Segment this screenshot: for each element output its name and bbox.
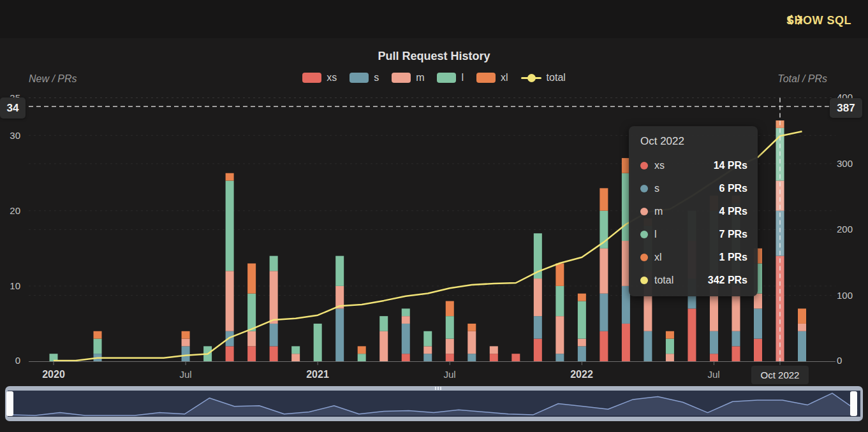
- legend-label-s: s: [374, 72, 379, 83]
- legend-item-s[interactable]: s: [349, 72, 379, 83]
- tooltip-row-s: s 6 PRs: [640, 177, 747, 200]
- x-tick-jul22: Jul: [685, 369, 742, 380]
- legend-label-xs: xs: [327, 72, 337, 83]
- chart-tooltip: Oct 2022 xs 14 PRs s 6 PRs m 4 PRs l 7 P…: [629, 126, 758, 296]
- legend-swatch-m: [392, 73, 411, 83]
- crosshair-left-value: 34: [0, 97, 26, 119]
- series-dot-total: [640, 277, 648, 284]
- series-dot-s: [640, 185, 648, 192]
- series-dot-xs: [640, 162, 648, 169]
- navigator-preview: [8, 391, 860, 417]
- tooltip-row-xl: xl 1 PRs: [640, 246, 747, 269]
- chart-legend: xs s m l xl total: [0, 72, 868, 83]
- legend-label-total: total: [547, 72, 566, 83]
- legend-item-xs[interactable]: xs: [302, 72, 337, 83]
- legend-label-m: m: [416, 72, 424, 83]
- tooltip-row-m: m 4 PRs: [640, 200, 747, 223]
- legend-line-marker: [521, 73, 541, 83]
- legend-swatch-l: [437, 73, 456, 83]
- chart-title: Pull Request History: [0, 50, 868, 63]
- right-axis-title: Total / PRs: [777, 73, 827, 85]
- series-dot-m: [640, 208, 648, 215]
- x-tick-2020: 2020: [25, 369, 82, 380]
- tooltip-row-xs: xs 14 PRs: [640, 154, 747, 177]
- crosshair-right-value: 387: [830, 98, 862, 118]
- right-tick-200: 200: [837, 224, 865, 234]
- x-tick-2022: 2022: [553, 369, 610, 380]
- right-tick-300: 300: [837, 159, 865, 169]
- range-navigator[interactable]: [5, 386, 863, 421]
- navigator-right-handle[interactable]: [850, 391, 857, 416]
- legend-item-xl[interactable]: xl: [476, 72, 508, 83]
- legend-item-total[interactable]: total: [521, 72, 566, 83]
- left-tick-10: 10: [0, 281, 20, 291]
- left-axis-title: New / PRs: [29, 73, 77, 85]
- legend-swatch-s: [349, 73, 369, 83]
- navigator-left-handle[interactable]: [6, 391, 13, 416]
- x-tick-highlight-box: Oct 2022: [751, 366, 809, 384]
- left-tick-0: 0: [0, 356, 20, 366]
- tooltip-row-total: total 342 PRs: [640, 269, 747, 292]
- legend-swatch-xl: [476, 73, 496, 83]
- series-dot-l: [640, 231, 648, 238]
- navigator-grip-icon[interactable]: [431, 387, 445, 390]
- legend-swatch-xs: [302, 73, 321, 83]
- left-tick-20: 20: [0, 206, 20, 216]
- app-window: SHOW SQL Pull Request History xs s m: [0, 0, 868, 432]
- navigator-track[interactable]: [8, 391, 860, 417]
- left-tick-30: 30: [0, 131, 20, 141]
- tooltip-title: Oct 2022: [640, 135, 747, 148]
- legend-label-l: l: [461, 72, 464, 83]
- legend-label-xl: xl: [501, 72, 508, 83]
- x-tick-jul20: Jul: [157, 369, 214, 380]
- series-dot-xl: [640, 254, 648, 261]
- right-tick-100: 100: [837, 291, 865, 301]
- x-tick-jul21: Jul: [421, 369, 478, 380]
- right-tick-0: 0: [837, 356, 865, 366]
- legend-item-l[interactable]: l: [437, 72, 464, 83]
- x-tick-2021: 2021: [289, 369, 346, 380]
- tooltip-row-l: l 7 PRs: [640, 223, 747, 246]
- legend-item-m[interactable]: m: [392, 72, 424, 83]
